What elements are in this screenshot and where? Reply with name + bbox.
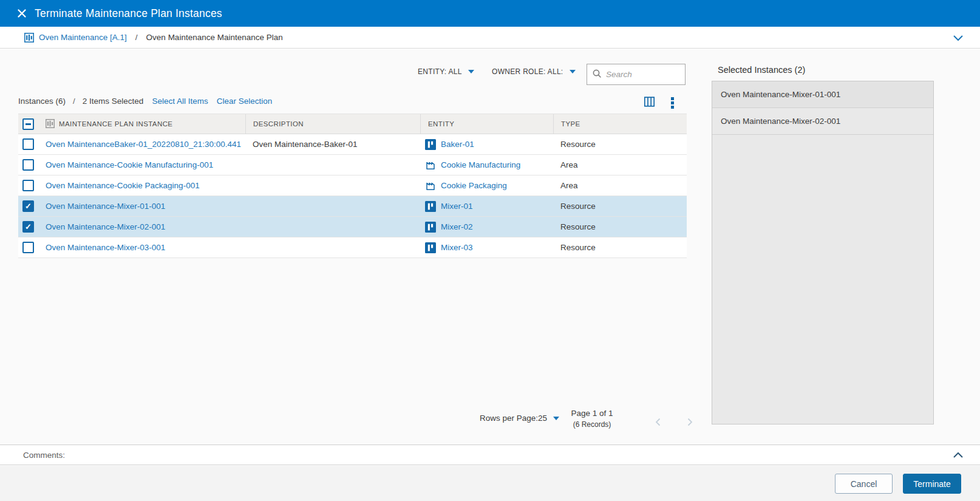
rows-per-page-label: Rows per Page:25	[480, 414, 547, 423]
comments-bar: Comments:	[0, 445, 980, 465]
owner-role-filter-dropdown[interactable]: OWNER ROLE: ALL:	[492, 67, 576, 76]
selected-instance-item: Oven Maintenance-Mixer-02-001	[712, 108, 933, 135]
caret-down-icon	[468, 70, 474, 73]
records-label: (6 Records)	[556, 420, 628, 429]
resource-icon	[425, 139, 436, 150]
breadcrumb-separator: /	[135, 33, 138, 42]
entity-cell: Mixer-03	[420, 242, 553, 253]
row-checkbox[interactable]	[22, 221, 34, 233]
breadcrumb-parent-link[interactable]: Oven Maintenance [A.1]	[39, 33, 127, 42]
entity-link[interactable]: Baker-01	[441, 140, 474, 149]
table-row[interactable]: Oven Maintenance-Mixer-02-001 Mixer-02 R…	[18, 217, 687, 237]
entity-cell: Baker-01	[420, 139, 553, 150]
entity-link[interactable]: Mixer-03	[441, 243, 473, 252]
toolbar-separator: /	[73, 97, 75, 106]
column-header-type[interactable]: TYPE	[553, 114, 687, 134]
resource-icon	[425, 201, 436, 212]
column-header-instance-label: MAINTENANCE PLAN INSTANCE	[59, 120, 172, 128]
resource-icon	[425, 242, 436, 253]
items-selected-count: 2 Items Selected	[83, 97, 144, 106]
row-checkbox[interactable]	[22, 159, 34, 171]
page-info: Page 1 of 1 (6 Records)	[556, 409, 628, 429]
entity-link[interactable]: Cookie Packaging	[441, 181, 507, 190]
list-toolbar: Instances (6) / 2 Items Selected Select …	[18, 97, 272, 106]
entity-cell: Cookie Manufacturing	[420, 160, 553, 171]
entity-cell: Mixer-02	[420, 222, 553, 233]
instance-description: Oven Maintenance-Baker-01	[245, 140, 420, 149]
close-icon[interactable]	[17, 9, 27, 18]
row-checkbox[interactable]	[22, 200, 34, 212]
clear-selection-link[interactable]: Clear Selection	[217, 97, 273, 106]
maintenance-plan-icon	[24, 33, 34, 43]
rows-per-page-dropdown[interactable]: Rows per Page:25	[480, 414, 559, 423]
dialog-content: ENTITY: ALL OWNER ROLE: ALL: Instances (…	[0, 49, 980, 445]
entity-link[interactable]: Mixer-01	[441, 202, 473, 211]
breadcrumb-current: Oven Maintenance Maintenance Plan	[146, 33, 283, 42]
maintenance-plan-icon	[46, 119, 55, 129]
owner-role-filter-label: OWNER ROLE: ALL:	[492, 67, 563, 76]
entity-link[interactable]: Mixer-02	[441, 222, 473, 231]
kebab-menu-icon[interactable]	[671, 97, 674, 109]
next-page-icon[interactable]	[685, 417, 695, 429]
select-all-items-link[interactable]: Select All Items	[152, 97, 208, 106]
instance-link[interactable]: Oven Maintenance-Cookie Packaging-001	[46, 181, 200, 190]
table-row[interactable]: Oven Maintenance-Mixer-01-001 Mixer-01 R…	[18, 196, 687, 217]
dialog-title: Terminate Maintenance Plan Instances	[35, 7, 222, 20]
entity-type: Resource	[553, 222, 687, 231]
select-all-checkbox[interactable]	[22, 118, 34, 130]
cancel-button[interactable]: Cancel	[835, 474, 893, 494]
instance-link[interactable]: Oven Maintenance-Mixer-01-001	[46, 202, 165, 211]
table-header-row: MAINTENANCE PLAN INSTANCE DESCRIPTION EN…	[18, 114, 687, 134]
page-label: Page 1 of 1	[556, 409, 628, 418]
dialog-footer: Cancel Terminate	[0, 466, 980, 501]
column-header-description[interactable]: DESCRIPTION	[245, 114, 420, 134]
column-chooser-icon[interactable]	[644, 96, 655, 110]
entity-type: Area	[553, 160, 687, 169]
instance-link[interactable]: Oven Maintenance-Mixer-02-001	[46, 222, 165, 231]
previous-page-icon[interactable]	[653, 417, 663, 429]
entity-filter-dropdown[interactable]: ENTITY: ALL	[418, 67, 474, 76]
entity-filter-label: ENTITY: ALL	[418, 67, 462, 76]
table-row[interactable]: Oven MaintenanceBaker-01_20220810_21:30:…	[18, 134, 687, 155]
search-box[interactable]	[587, 64, 686, 85]
comments-label: Comments:	[23, 451, 65, 460]
caret-down-icon	[570, 70, 576, 73]
search-input[interactable]	[606, 70, 680, 79]
row-checkbox[interactable]	[22, 180, 34, 191]
selected-instances-panel: Oven Maintenance-Mixer-01-001 Oven Maint…	[712, 81, 934, 424]
instance-link[interactable]: Oven MaintenanceBaker-01_20220810_21:30:…	[46, 140, 241, 149]
search-icon	[592, 69, 602, 81]
instance-link[interactable]: Oven Maintenance-Cookie Manufacturing-00…	[46, 160, 213, 169]
entity-type: Resource	[553, 140, 687, 149]
resource-icon	[425, 222, 436, 233]
selected-instance-item: Oven Maintenance-Mixer-01-001	[712, 81, 933, 108]
header-checkbox-cell	[18, 118, 41, 130]
column-header-instance[interactable]: MAINTENANCE PLAN INSTANCE	[41, 114, 245, 134]
instance-link[interactable]: Oven Maintenance-Mixer-03-001	[46, 243, 165, 252]
grid-actions	[644, 96, 674, 110]
row-checkbox[interactable]	[22, 138, 34, 150]
terminate-dialog: Terminate Maintenance Plan Instances Ove…	[0, 0, 980, 501]
dialog-titlebar: Terminate Maintenance Plan Instances	[0, 0, 980, 27]
table-row[interactable]: Oven Maintenance-Cookie Packaging-001 Co…	[18, 176, 687, 196]
chevron-down-icon[interactable]	[952, 33, 964, 42]
breadcrumb-bar: Oven Maintenance [A.1] / Oven Maintenanc…	[0, 27, 980, 49]
instances-count: Instances (6)	[18, 97, 66, 106]
entity-type: Resource	[553, 243, 687, 252]
table-row[interactable]: Oven Maintenance-Mixer-03-001 Mixer-03 R…	[18, 237, 687, 258]
instances-table: MAINTENANCE PLAN INSTANCE DESCRIPTION EN…	[18, 114, 687, 258]
chevron-up-icon[interactable]	[952, 451, 964, 459]
entity-link[interactable]: Cookie Manufacturing	[441, 160, 520, 169]
entity-type: Resource	[553, 202, 687, 211]
entity-cell: Cookie Packaging	[420, 180, 553, 191]
breadcrumb: Oven Maintenance [A.1] / Oven Maintenanc…	[24, 33, 283, 43]
area-icon	[425, 160, 436, 171]
table-row[interactable]: Oven Maintenance-Cookie Manufacturing-00…	[18, 155, 687, 176]
entity-type: Area	[553, 181, 687, 190]
area-icon	[425, 180, 436, 191]
selected-instances-title: Selected Instances (2)	[718, 65, 805, 75]
terminate-button[interactable]: Terminate	[903, 474, 961, 494]
entity-cell: Mixer-01	[420, 201, 553, 212]
column-header-entity[interactable]: ENTITY	[420, 114, 553, 134]
row-checkbox[interactable]	[22, 242, 34, 253]
